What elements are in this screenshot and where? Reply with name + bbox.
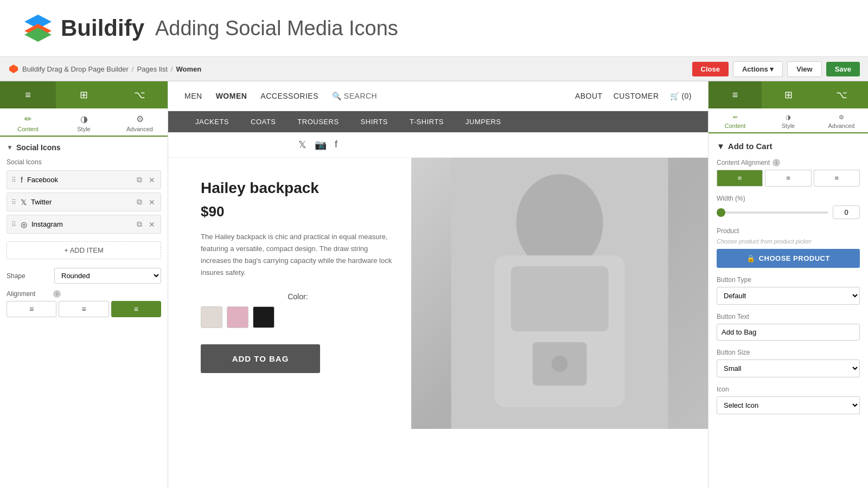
subnav-jumpers[interactable]: JUMPERS xyxy=(455,111,512,132)
close-button[interactable]: Close xyxy=(692,62,729,76)
lp-style-tab[interactable]: ◑ Style xyxy=(56,108,112,136)
product-label: Product xyxy=(717,227,860,235)
add-to-bag-button[interactable]: ADD TO BAG xyxy=(201,344,320,373)
social-item-facebook: ⠿ f Facebook ⧉ ✕ xyxy=(7,170,161,189)
button-type-select[interactable]: Default Primary Secondary xyxy=(717,287,860,305)
width-control: 0 xyxy=(717,206,860,219)
lp-content-tab[interactable]: ✏ Content xyxy=(0,108,56,137)
icon-label: Icon xyxy=(717,386,860,393)
button-size-select[interactable]: Small Medium Large xyxy=(717,359,860,377)
right-panel-header: ≡ ⊞ ⌥ xyxy=(709,81,868,108)
facebook-icon: f xyxy=(21,176,23,184)
save-button[interactable]: Save xyxy=(826,62,860,76)
rp-gear-icon: ⚙ xyxy=(839,114,844,121)
brand-name: Buildify xyxy=(61,15,144,41)
right-panel: ≡ ⊞ ⌥ ✏ Content ◑ Style ⚙ Advanced ▼ Add… xyxy=(708,81,868,488)
brand-logo: Buildify xyxy=(22,12,144,44)
button-text-row: Button Text xyxy=(717,313,860,341)
left-panel-content: ▼ Social Icons Social Icons ⠿ f Facebook… xyxy=(0,137,168,488)
rp-tab-tree[interactable]: ⌥ xyxy=(815,81,868,108)
nav-men[interactable]: MEN xyxy=(184,92,202,100)
button-type-row: Button Type Default Primary Secondary xyxy=(717,276,860,305)
icon-select[interactable]: Select Icon xyxy=(717,396,860,414)
nav-search[interactable]: 🔍 SEARCH xyxy=(332,92,377,100)
preview-instagram-icon[interactable]: 📷 xyxy=(315,139,327,151)
align-left-button[interactable]: ≡ xyxy=(7,301,56,317)
width-slider[interactable] xyxy=(717,211,828,214)
choose-product-label: CHOOSE PRODUCT xyxy=(759,254,830,262)
button-text-label: Button Text xyxy=(717,313,860,320)
subnav-tshirts[interactable]: T-SHIRTS xyxy=(399,111,455,132)
copy-instagram-button[interactable]: ⧉ xyxy=(136,219,143,230)
style-tab-label: Style xyxy=(77,126,90,132)
sub-nav: JACKETS COATS TROUSERS SHIRTS T-SHIRTS J… xyxy=(168,111,708,132)
product-image xyxy=(411,158,708,429)
lp-tab-menu[interactable]: ≡ xyxy=(0,81,56,108)
copy-facebook-button[interactable]: ⧉ xyxy=(136,174,143,185)
lp-advanced-tab[interactable]: ⚙ Advanced xyxy=(112,108,168,136)
width-label: Width (%) xyxy=(717,195,860,202)
drag-handle-icon[interactable]: ⠿ xyxy=(11,198,16,206)
lp-tab-tree[interactable]: ⌥ xyxy=(112,81,168,108)
preview-twitter-icon[interactable]: 𝕏 xyxy=(298,139,307,151)
rp-content-tab[interactable]: ✏ Content xyxy=(709,108,762,133)
nav-about[interactable]: ABOUT xyxy=(575,92,603,100)
content-align-center-button[interactable]: ≡ xyxy=(765,170,811,187)
width-row: Width (%) 0 xyxy=(717,195,860,219)
lp-tab-grid[interactable]: ⊞ xyxy=(56,81,112,108)
nav-women[interactable]: WOMEN xyxy=(216,92,247,100)
shape-select[interactable]: Rounded Square Circle xyxy=(54,268,161,284)
nav-cart[interactable]: 🛒 (0) xyxy=(670,92,692,100)
subnav-jackets[interactable]: JACKETS xyxy=(184,111,240,132)
color-swatch-pink[interactable] xyxy=(227,306,248,328)
product-row: Product Choose product from product pick… xyxy=(717,227,860,268)
color-label: Color: xyxy=(201,292,395,301)
color-swatch-beige[interactable] xyxy=(201,306,222,328)
align-center-button[interactable]: ≡ xyxy=(59,301,108,317)
subnav-shirts[interactable]: SHIRTS xyxy=(350,111,399,132)
view-button[interactable]: View xyxy=(787,61,821,77)
content-align-right-button[interactable]: ≡ xyxy=(814,170,860,187)
subnav-coats[interactable]: COATS xyxy=(240,111,286,132)
nav-links-right: ABOUT CUSTOMER 🛒 (0) xyxy=(575,92,692,100)
actions-button[interactable]: Actions ▾ xyxy=(733,61,783,77)
rp-tab-menu[interactable]: ≡ xyxy=(709,81,762,108)
drag-handle-icon[interactable]: ⠿ xyxy=(11,221,16,228)
content-align-left-button[interactable]: ≡ xyxy=(717,170,763,187)
color-swatch-black[interactable] xyxy=(253,306,275,328)
rp-content-label: Content xyxy=(725,123,746,129)
button-size-row: Button Size Small Medium Large xyxy=(717,349,860,377)
breadcrumb-sep2: / xyxy=(171,65,173,73)
nav-accessories[interactable]: ACCESSORIES xyxy=(260,92,318,100)
icon-row: Icon Select Icon xyxy=(717,386,860,414)
align-right-button[interactable]: ≡ xyxy=(111,301,161,317)
preview-facebook-icon[interactable]: f xyxy=(335,139,337,151)
svg-rect-7 xyxy=(510,266,608,331)
content-tab-label: Content xyxy=(17,126,39,132)
nav-customer[interactable]: CUSTOMER xyxy=(614,92,659,100)
delete-facebook-button[interactable]: ✕ xyxy=(148,175,156,185)
width-value: 0 xyxy=(833,206,860,219)
button-text-input[interactable] xyxy=(717,324,860,341)
rp-section-arrow-icon: ▼ xyxy=(717,142,725,151)
rp-advanced-tab[interactable]: ⚙ Advanced xyxy=(815,108,868,132)
copy-twitter-button[interactable]: ⧉ xyxy=(136,196,143,208)
subnav-trousers[interactable]: TROUSERS xyxy=(286,111,349,132)
alignment-info-icon: i xyxy=(53,290,61,298)
alignment-label: Alignment xyxy=(7,290,50,298)
choose-product-button[interactable]: 🔒 CHOOSE PRODUCT xyxy=(717,249,860,268)
content-alignment-buttons: ≡ ≡ ≡ xyxy=(717,170,860,187)
drag-handle-icon[interactable]: ⠿ xyxy=(11,176,16,184)
site-nav: MEN WOMEN ACCESSORIES 🔍 SEARCH ABOUT CUS… xyxy=(168,81,708,111)
facebook-label: Facebook xyxy=(27,176,131,184)
delete-instagram-button[interactable]: ✕ xyxy=(148,219,156,230)
rp-style-tab[interactable]: ◑ Style xyxy=(762,108,815,132)
main-layout: ≡ ⊞ ⌥ ✏ Content ◑ Style ⚙ Advanced ▼ Soc… xyxy=(0,81,868,488)
svg-point-9 xyxy=(551,356,567,372)
product-image-placeholder xyxy=(411,158,708,429)
delete-twitter-button[interactable]: ✕ xyxy=(148,197,156,208)
page-title: Adding Social Media Icons xyxy=(155,17,398,40)
add-item-button[interactable]: + ADD ITEM xyxy=(7,241,161,259)
rp-advanced-label: Advanced xyxy=(828,123,855,129)
rp-tab-grid[interactable]: ⊞ xyxy=(762,81,815,108)
